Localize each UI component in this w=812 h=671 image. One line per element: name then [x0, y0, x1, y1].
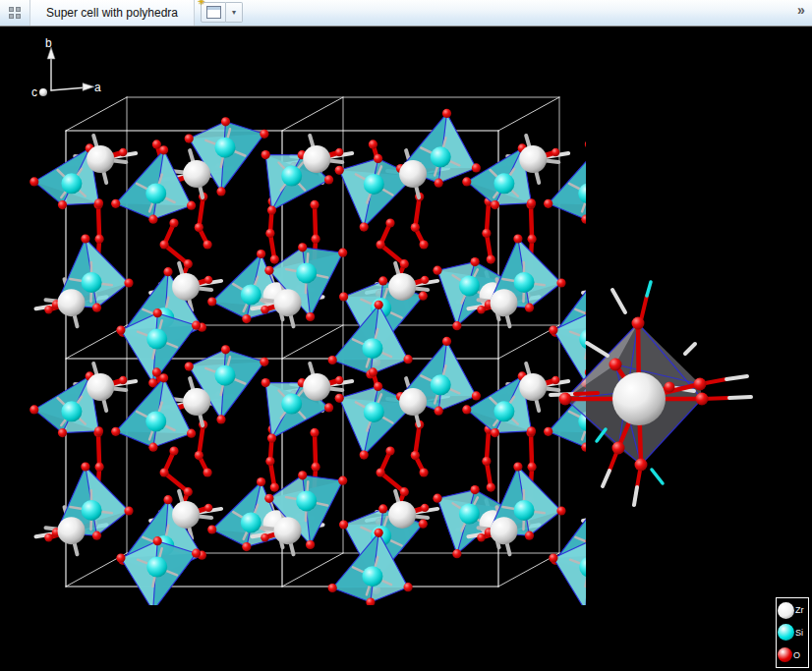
tab-super-cell-with-polyhedra[interactable]: Super cell with polyhedra: [30, 0, 195, 26]
new-view-button[interactable]: ✳: [201, 2, 226, 23]
svg-text:a: a: [94, 81, 101, 94]
zr-sphere-icon: [778, 602, 794, 619]
legend-row-zr: Zr: [778, 599, 808, 621]
legend-row-si: Si: [778, 622, 808, 643]
view-tab-bar: Super cell with polyhedra ✳ ▾ »: [0, 0, 812, 27]
tile-views-button[interactable]: [0, 0, 30, 26]
chevron-down-icon: ▾: [232, 8, 236, 17]
new-view-dropdown-button[interactable]: ▾: [226, 2, 243, 23]
axis-triad: bac: [31, 36, 101, 99]
svg-text:b: b: [45, 36, 52, 50]
structure-scene-svg[interactable]: bac: [0, 27, 812, 671]
svg-text:c: c: [31, 85, 37, 99]
application-window: { "toolbar": { "tab_label": "Super cell …: [0, 0, 812, 671]
o-sphere-icon: [778, 647, 792, 662]
tab-label: Super cell with polyhedra: [46, 6, 178, 20]
atom-legend: Zr Si O: [776, 597, 809, 668]
legend-row-o: O: [778, 644, 808, 666]
new-window-icon: [206, 6, 221, 19]
legend-label-zr: Zr: [795, 605, 804, 615]
structure-canvas[interactable]: bac: [0, 27, 812, 671]
tile-views-icon: [9, 7, 21, 19]
overflow-chevron-button[interactable]: »: [790, 0, 812, 26]
legend-label-o: O: [793, 650, 800, 660]
si-sphere-icon: [778, 624, 794, 641]
legend-label-si: Si: [795, 628, 803, 638]
double-chevron-icon: »: [797, 2, 805, 18]
new-sparkle-icon: ✳: [198, 0, 205, 7]
tab-bar-spacer: [243, 0, 790, 26]
